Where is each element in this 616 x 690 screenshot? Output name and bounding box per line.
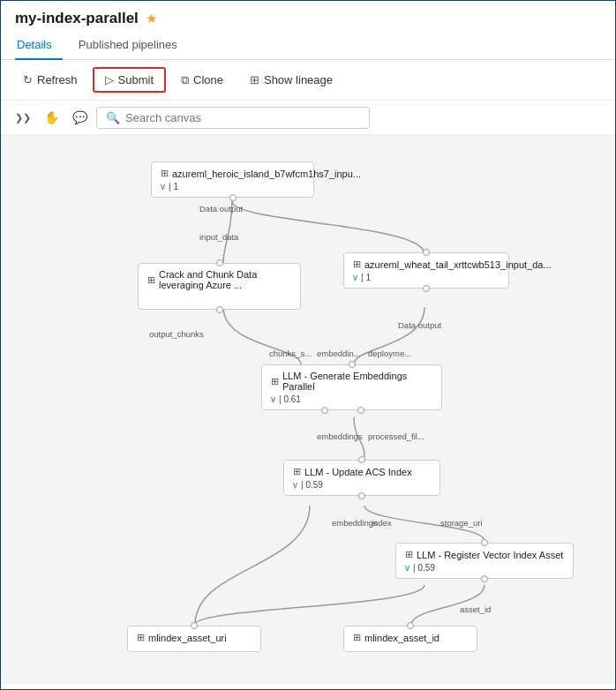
node-version-1: | 1 xyxy=(169,182,178,191)
edge-label-output-chunks: output_chunks xyxy=(149,329,204,339)
port-top-8[interactable] xyxy=(407,622,414,629)
tab-details[interactable]: Details xyxy=(15,33,63,60)
version-icon-6: v xyxy=(405,563,409,573)
version-icon-3: v xyxy=(353,273,357,282)
show-lineage-button[interactable]: ⊞ Show lineage xyxy=(238,68,344,92)
node-title-1: azureml_heroic_island_b7wfcm1hs7_inpu... xyxy=(172,169,361,179)
port-top-5[interactable] xyxy=(358,456,365,463)
node-crack-chunk[interactable]: ⊞ Crack and Chunk Data leveraging Azure … xyxy=(138,263,301,310)
node-title-2: Crack and Chunk Data leveraging Azure ..… xyxy=(159,269,291,290)
node-title-5: LLM - Update ACS Index xyxy=(304,467,412,477)
node-llm-embeddings[interactable]: ⊞ LLM - Generate Embeddings Parallel v |… xyxy=(261,364,442,410)
port-bottom-3[interactable] xyxy=(423,285,430,292)
title-bar: my-index-parallel ★ xyxy=(1,1,615,33)
version-icon-4: v xyxy=(271,394,275,404)
node-type-icon-4: ⊞ xyxy=(271,376,279,387)
edge-label-deployme: deployme... xyxy=(368,349,411,358)
clone-button[interactable]: ⧉ Clone xyxy=(169,68,235,93)
node-input-1[interactable]: ⊞ azureml_heroic_island_b7wfcm1hs7_inpu.… xyxy=(151,161,314,198)
clone-icon: ⧉ xyxy=(181,73,189,87)
edge-label-chunks: chunks_s... xyxy=(269,349,312,358)
submit-button[interactable]: ▷ Submit xyxy=(93,67,166,93)
node-version-4: | 0.61 xyxy=(279,394,301,404)
port-bottom-5[interactable] xyxy=(358,492,365,499)
port-bottom-6[interactable] xyxy=(481,575,488,582)
node-llm-register[interactable]: ⊞ LLM - Register Vector Index Asset v | … xyxy=(395,543,574,579)
version-icon-5: v xyxy=(293,480,297,490)
node-type-icon-3: ⊞ xyxy=(353,259,361,270)
comment-icon-button[interactable]: 💬 xyxy=(68,106,91,129)
edge-label-data-output-1: Data output xyxy=(199,204,243,214)
node-type-icon-6: ⊞ xyxy=(405,549,413,560)
hand-icon: ✋ xyxy=(44,110,59,124)
submit-play-icon: ▷ xyxy=(105,73,114,86)
chevron-left-icon: ❯❯ xyxy=(15,112,31,124)
port-top-4[interactable] xyxy=(349,361,356,368)
lineage-icon: ⊞ xyxy=(250,73,259,86)
node-type-icon-1: ⊞ xyxy=(161,168,169,179)
pipeline-canvas[interactable]: Data output input_data output_chunks Dat… xyxy=(1,135,615,684)
node-type-icon-8: ⊞ xyxy=(353,632,361,643)
port-top-7[interactable] xyxy=(191,622,198,629)
node-title-6: LLM - Register Vector Index Asset xyxy=(417,550,563,560)
node-llm-acs-index[interactable]: ⊞ LLM - Update ACS Index v | 0.59 xyxy=(283,460,440,496)
search-box[interactable]: 🔍 xyxy=(96,107,370,129)
port-bottom-2[interactable] xyxy=(216,306,223,313)
edge-label-processed: processed_fil... xyxy=(368,431,424,441)
node-title-4: LLM - Generate Embeddings Parallel xyxy=(282,371,432,392)
node-type-icon-2: ⊞ xyxy=(147,274,155,286)
search-input[interactable] xyxy=(125,111,360,124)
node-type-icon-5: ⊞ xyxy=(293,466,301,477)
node-mlindex-uri[interactable]: ⊞ mlindex_asset_uri xyxy=(127,626,261,652)
port-top-3[interactable] xyxy=(423,249,430,256)
edge-label-storage-uri: storage_uri xyxy=(440,518,483,528)
edge-label-embeddings-1: embeddings xyxy=(317,431,363,441)
port-bottom-1[interactable] xyxy=(229,194,237,201)
node-title-7: mlindex_asset_uri xyxy=(148,633,227,643)
edge-label-embeddings-2: embeddings xyxy=(332,518,378,528)
comment-icon: 💬 xyxy=(72,110,87,124)
toolbar: ↻ Refresh ▷ Submit ⧉ Clone ⊞ Show lineag… xyxy=(1,60,615,101)
node-version-5: | 0.59 xyxy=(301,480,323,490)
tab-published-pipelines[interactable]: Published pipelines xyxy=(77,33,188,60)
edge-label-embeddin: embeddin... xyxy=(317,349,361,358)
tabs-bar: Details Published pipelines xyxy=(1,33,615,60)
node-title-3: azureml_wheat_tail_xrttcwb513_input_da..… xyxy=(364,259,552,270)
node-version-3: | 1 xyxy=(361,273,371,282)
version-icon-1: v xyxy=(161,182,165,191)
port-bottom-4b[interactable] xyxy=(357,407,364,414)
port-top-2[interactable] xyxy=(216,259,223,266)
edge-label-data-output-2: Data output xyxy=(398,320,441,330)
node-input-2[interactable]: ⊞ azureml_wheat_tail_xrttcwb513_input_da… xyxy=(343,252,509,289)
pan-icon-button[interactable]: ✋ xyxy=(40,106,63,129)
edge-label-input-data: input_data xyxy=(199,232,238,242)
node-type-icon-7: ⊞ xyxy=(137,632,145,643)
port-top-6[interactable] xyxy=(481,539,488,546)
search-row: ❯❯ ✋ 💬 🔍 xyxy=(1,101,615,135)
node-version-6: | 0.59 xyxy=(413,563,435,573)
favorite-star-icon[interactable]: ★ xyxy=(146,11,157,26)
refresh-button[interactable]: ↻ Refresh xyxy=(11,68,89,92)
search-icon: 🔍 xyxy=(106,111,120,124)
node-title-8: mlindex_asset_id xyxy=(364,633,439,643)
node-mlindex-id[interactable]: ⊞ mlindex_asset_id xyxy=(343,626,477,652)
port-bottom-4a[interactable] xyxy=(321,407,328,414)
page-title: my-index-parallel xyxy=(15,10,139,27)
refresh-icon: ↻ xyxy=(23,73,33,86)
edge-label-asset-id: asset_id xyxy=(460,604,491,614)
edge-label-index: index xyxy=(372,518,392,528)
collapse-button[interactable]: ❯❯ xyxy=(11,110,34,125)
